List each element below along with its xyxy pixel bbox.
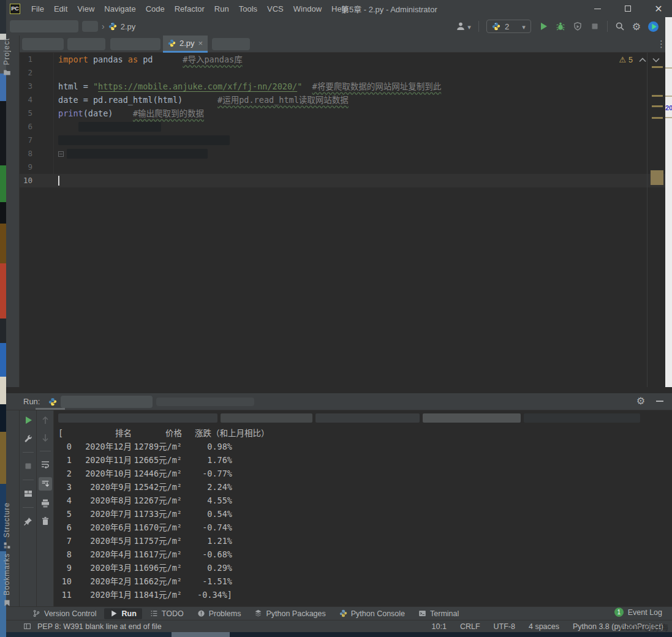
code-line[interactable]: 9 [20,160,665,174]
up-stacktrace-icon[interactable] [40,415,50,425]
line-number[interactable]: 9 [20,160,54,174]
prev-warning-icon[interactable] [639,58,646,62]
status-widget[interactable]: 4 spaces [529,622,559,631]
toolwindow-problems[interactable]: Problems [192,608,247,619]
minimize-button[interactable] [591,2,603,15]
down-stacktrace-icon[interactable] [40,433,50,443]
breadcrumb-file[interactable]: 2.py [121,22,136,31]
edit-configuration-icon[interactable] [23,434,33,443]
toolwindow-version-control[interactable]: Version Control [27,608,102,619]
search-everywhere-button[interactable] [615,21,625,31]
menu-item[interactable]: Refactor [170,2,210,16]
line-number[interactable]: 3 [20,80,54,93]
sidebar-item-structure[interactable]: Structure [0,502,13,549]
code-segment: #导入pandas库 [183,53,242,66]
next-warning-icon[interactable] [652,58,660,62]
debug-button[interactable] [556,21,565,31]
stop-console-button[interactable] [23,461,33,471]
status-widget[interactable]: CRLF [460,622,480,631]
menu-item[interactable]: File [26,2,49,16]
run-button[interactable] [538,21,548,31]
breadcrumb[interactable]: 2.py [10,20,135,32]
coverage-button[interactable] [573,21,583,31]
maximize-button[interactable] [622,2,634,15]
editor-console-splitter[interactable] [6,387,672,393]
menu-item[interactable]: Navigate [99,2,140,16]
restore-layout-icon[interactable] [23,489,33,499]
line-number[interactable]: 2 [20,66,54,80]
menu-item[interactable]: View [72,2,99,16]
toolwindow-python-packages[interactable]: Python Packages [249,608,331,619]
run-configuration-select[interactable]: 2 [486,20,531,33]
tab-close-icon[interactable] [198,39,203,48]
code-line[interactable]: 6 [20,120,665,134]
pin-tab-icon[interactable] [23,516,33,526]
folder-icon [3,69,11,77]
reader-mode-icon[interactable] [23,622,31,630]
code-line[interactable]: 8 [20,147,665,160]
status-widget[interactable]: 10:1 [432,622,447,631]
print-icon[interactable] [40,499,50,508]
line-number[interactable]: 6 [20,120,54,134]
menu-item[interactable]: VCS [262,2,289,16]
code-segment [302,80,312,93]
code-line[interactable]: 2 [20,66,665,80]
line-number[interactable]: 5 [20,107,54,120]
toolwindow-python-console[interactable]: Python Console [334,608,410,619]
line-number[interactable]: 4 [20,93,54,107]
code-line[interactable]: 4date = pd.read_html(html) #运用pd.read_ht… [20,93,665,107]
maximize-icon [625,6,631,12]
row-month: 2020年10月 [72,467,132,480]
code-editor[interactable]: 1import pandas as pd #导入pandas库23html = … [20,53,665,393]
line-number[interactable]: 7 [20,134,54,147]
toolwindow-todo[interactable]: TODO [145,608,189,619]
tab-2py[interactable]: 2.py [163,36,208,53]
rerun-button[interactable] [23,415,33,425]
settings-button[interactable] [632,21,641,32]
editor-scrollbar-thumb[interactable] [651,170,663,185]
sidebar-item-project[interactable]: Project [0,38,13,77]
scroll-to-end-button[interactable] [39,477,52,491]
code-line[interactable]: 5print(date) #输出爬取到的数据 [20,107,665,120]
toolwindow-run[interactable]: Run [104,608,142,619]
menu-item[interactable]: Run [210,2,234,16]
menu-item[interactable]: Window [289,2,327,16]
stop-button[interactable] [590,21,600,31]
play-gradient-icon [648,21,659,32]
toolwindow-terminal[interactable]: Terminal [413,608,464,619]
run-console-output[interactable]: [ 排名 价格 涨跌（和上月相比） 0 2020年12月 12789元/m² 0… [54,410,672,606]
code-line[interactable]: 7 [20,134,665,147]
code-line[interactable]: 3html = "https://mobile.anjuke.com/xf/fj… [20,80,665,93]
censored-tab [110,38,160,50]
status-message[interactable]: PEP 8: W391 blank line at end of file [37,622,162,631]
code-line[interactable]: 1import pandas as pd #导入pandas库 [20,53,665,66]
console-settings-icon[interactable] [636,395,645,407]
menu-item[interactable]: Code [141,2,170,16]
line-number[interactable]: 1 [20,53,54,66]
line-number[interactable]: 8 [20,147,54,160]
status-widget[interactable]: UTF-8 [494,622,515,631]
soft-wrap-icon[interactable] [40,459,50,469]
event-log-label: Event Log [628,608,662,617]
table-row: 9 2020年3月 11696元/m² 0.29% [58,561,232,575]
user-menu-button[interactable] [456,21,471,32]
code-text [54,147,208,160]
menu-item[interactable]: Edit [49,2,72,16]
sidebar-item-bookmarks[interactable]: Bookmarks [0,553,13,607]
plugin-sphere-button[interactable] [648,21,659,32]
close-button[interactable]: ✕ [652,2,665,15]
code-line[interactable]: 10 [20,174,665,187]
inspection-widget[interactable]: 5 [619,55,660,64]
more-options-icon[interactable] [657,39,666,50]
clear-console-icon[interactable] [40,516,50,526]
row-price: 11670元/m² [132,521,182,534]
menu-item[interactable]: Tools [234,2,262,16]
run-tab-indicator [36,408,65,410]
toolwindow-event-log[interactable]: 1 Event Log [614,608,662,617]
toolbar-separator [23,452,34,453]
project-stripe-label: Project [2,38,11,65]
dataframe-header-row: [ 排名 价格 涨跌（和上月相比） [58,426,232,440]
hide-panel-icon[interactable] [656,401,663,402]
row-price: 11696元/m² [132,561,182,575]
line-number[interactable]: 10 [20,174,54,187]
